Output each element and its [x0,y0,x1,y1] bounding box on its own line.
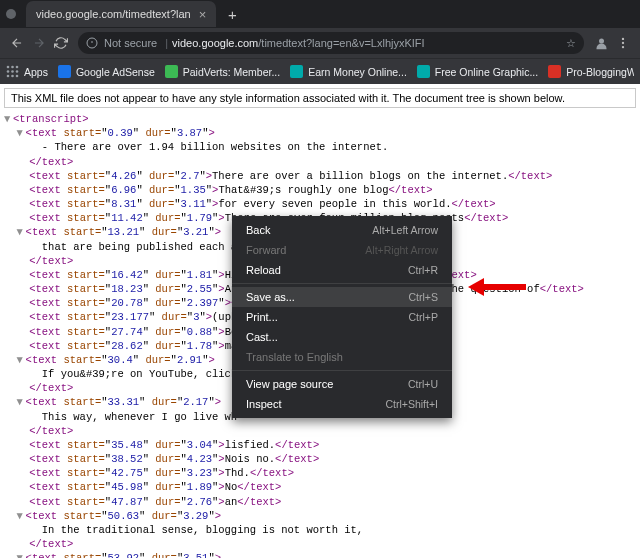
svg-point-9 [16,66,19,69]
svg-point-12 [16,70,19,73]
bookmark-favicon [58,65,71,78]
bookmark-label: Apps [24,66,48,78]
svg-point-3 [599,38,604,43]
browser-chrome: video.google.com/timedtext?lan × + Not s… [0,0,640,84]
apps-shortcut[interactable]: Apps [6,65,48,78]
tab-title: video.google.com/timedtext?lan [36,8,191,20]
menu-cast[interactable]: Cast... [232,327,452,347]
menu-forward: ForwardAlt+Right Arrow [232,240,452,260]
url-path: /timedtext?lang=en&v=LxlhjyxKIFI [258,37,424,49]
menu-save-as[interactable]: Save as...Ctrl+S [232,287,452,307]
tab-bar: video.google.com/timedtext?lan × + [0,0,640,28]
bookmark-item[interactable]: Earn Money Online... [290,65,407,78]
svg-marker-17 [468,278,484,296]
close-icon[interactable]: × [199,7,207,22]
back-button[interactable] [6,32,28,54]
svg-point-13 [7,75,10,78]
bookmark-favicon [548,65,561,78]
svg-point-7 [7,66,10,69]
menu-back[interactable]: BackAlt+Left Arrow [232,220,452,240]
svg-point-14 [11,75,14,78]
bookmark-label: PaidVerts: Member... [183,66,280,78]
bookmark-favicon [290,65,303,78]
bookmark-label: Pro-BloggingWriter... [566,66,634,78]
bookmark-label: Google AdSense [76,66,155,78]
address-bar[interactable]: Not secure | video.google.com/timedtext?… [78,32,584,54]
caret-icon[interactable]: ▼ [17,126,26,140]
menu-reload[interactable]: ReloadCtrl+R [232,260,452,280]
menu-translate: Translate to English [232,347,452,367]
bookmark-item[interactable]: PaidVerts: Member... [165,65,280,78]
caret-icon[interactable]: ▼ [17,395,26,409]
caret-icon[interactable]: ▼ [17,509,26,523]
svg-point-4 [622,38,624,40]
caret-icon[interactable]: ▼ [17,551,26,558]
bookmark-label: Earn Money Online... [308,66,407,78]
caret-icon[interactable]: ▼ [17,225,26,239]
nav-bar: Not secure | video.google.com/timedtext?… [0,28,640,58]
apps-icon [6,65,19,78]
menu-inspect[interactable]: InspectCtrl+Shift+I [232,394,452,414]
svg-point-11 [11,70,14,73]
security-status: Not secure [104,37,157,49]
bookmark-favicon [417,65,430,78]
window-control[interactable] [6,9,16,19]
url-host: video.google.com [172,37,258,49]
bookmark-favicon [165,65,178,78]
context-menu: BackAlt+Left Arrow ForwardAlt+Right Arro… [232,216,452,418]
profile-icon[interactable] [590,32,612,54]
forward-button [28,32,50,54]
bookmark-item[interactable]: Free Online Graphic... [417,65,538,78]
bookmark-item[interactable]: Google AdSense [58,65,155,78]
xml-notice: This XML file does not appear to have an… [4,88,636,108]
caret-icon[interactable]: ▼ [4,112,13,126]
caret-icon[interactable]: ▼ [17,353,26,367]
bookmarks-bar: Apps Google AdSensePaidVerts: Member...E… [0,58,640,84]
reload-button[interactable] [50,32,72,54]
svg-point-6 [622,46,624,48]
bookmark-label: Free Online Graphic... [435,66,538,78]
bookmark-star-icon[interactable]: ☆ [566,37,576,50]
menu-button[interactable] [612,32,634,54]
bookmark-item[interactable]: Pro-BloggingWriter... [548,65,634,78]
menu-print[interactable]: Print...Ctrl+P [232,307,452,327]
svg-point-10 [7,70,10,73]
svg-point-8 [11,66,14,69]
svg-point-15 [16,75,19,78]
browser-tab[interactable]: video.google.com/timedtext?lan × [26,1,216,27]
new-tab-button[interactable]: + [222,4,242,24]
annotation-arrow [468,275,528,299]
svg-point-5 [622,42,624,44]
menu-view-source[interactable]: View page sourceCtrl+U [232,374,452,394]
